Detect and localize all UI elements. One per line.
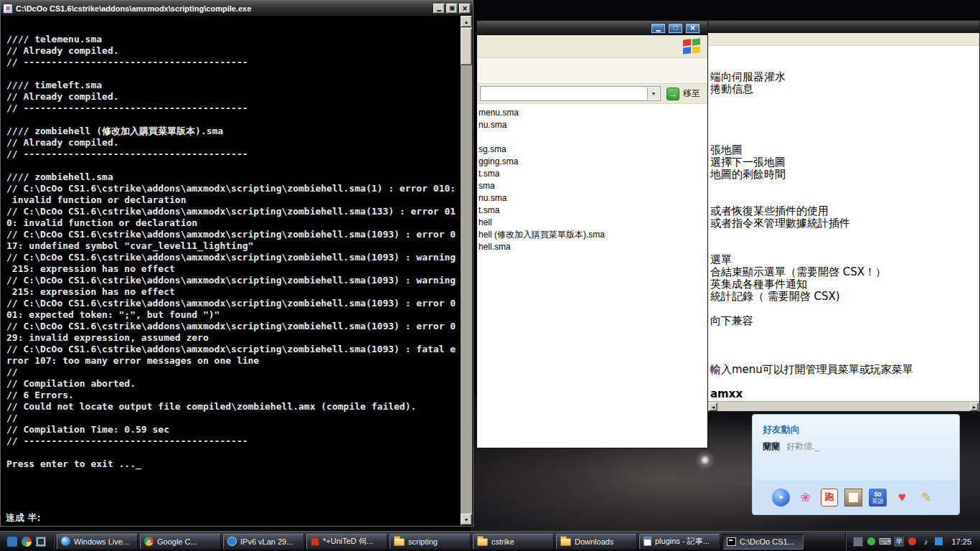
money-bottom-label: 英語 — [872, 498, 884, 504]
document-line: 向下兼容 — [710, 315, 979, 327]
document-line — [710, 327, 979, 339]
notepad-menubar[interactable] — [708, 33, 979, 46]
notepad-horizontal-scrollbar[interactable] — [708, 401, 979, 411]
close-button[interactable] — [685, 23, 700, 34]
file-item[interactable] — [477, 131, 707, 143]
console-line: // C:\DcOo CS1.6\cstrike\addons\amxmodx\… — [6, 229, 456, 240]
document-line: 或者指令來管理數據統計插件 — [710, 217, 979, 230]
console-line: 0: invalid function or declaration — [6, 217, 456, 229]
taskbar-button-downloads-folder[interactable]: Downloads — [556, 534, 637, 550]
file-item[interactable]: sma — [477, 180, 707, 192]
taskbar-separator — [53, 534, 54, 549]
maximize-button[interactable] — [668, 23, 683, 34]
butterfly-icon[interactable] — [772, 489, 790, 507]
document-line — [710, 376, 979, 388]
taskbar-button-console-active[interactable]: C:\DcOo CS1... — [722, 534, 804, 550]
file-item[interactable]: nu.sma — [477, 192, 707, 204]
file-item[interactable]: nu.sma — [477, 119, 707, 131]
money-top-label: $0 — [874, 491, 881, 498]
restore-button[interactable] — [446, 4, 458, 14]
go-icon[interactable] — [666, 88, 679, 100]
tray-app-icon[interactable] — [853, 537, 863, 547]
taskbar-button-ipv6-vlan[interactable]: IPv6 vLan 29... — [223, 534, 304, 550]
console-line — [6, 114, 456, 126]
explorer-titlebar[interactable] — [477, 21, 707, 35]
file-item[interactable]: menu.sma — [477, 107, 707, 119]
file-item[interactable]: sg.sma — [477, 143, 707, 156]
ime-status-indicator: 速成 半: — [6, 512, 41, 524]
volume-icon[interactable] — [920, 537, 930, 547]
scrollbar-thumb[interactable] — [461, 28, 472, 65]
file-item[interactable]: t.sma — [477, 204, 707, 217]
quicklaunch-icon-2[interactable] — [22, 537, 32, 547]
windows-live-icon — [61, 537, 70, 546]
console-line: // C:\DcOo CS1.6\cstrike\addons\amxmodx\… — [6, 206, 456, 217]
file-item[interactable]: hell (修改加入購買菜單版本).sma — [477, 229, 707, 241]
heart-icon[interactable] — [893, 489, 911, 507]
console-line: //// timeleft.sma — [6, 80, 456, 91]
taskbar-button-cstrike-folder[interactable]: cstrike — [473, 534, 554, 550]
scroll-right-icon[interactable] — [970, 402, 979, 411]
ime-halfwidth-icon[interactable]: 半 — [894, 537, 904, 547]
taskbar-button-plugins-notepad[interactable]: plugins - 記事... — [639, 534, 720, 550]
console-window-icon[interactable] — [3, 4, 13, 14]
console-scrollbar[interactable] — [461, 16, 472, 525]
contact-status: 好歡億._ — [786, 441, 819, 451]
file-item[interactable]: hell.sma — [477, 241, 707, 253]
file-list: menu.smanu.smasg.smagging.smat.smasmanu.… — [477, 104, 707, 448]
console-line: rror 107: too many error messages on one… — [6, 355, 456, 367]
scroll-left-icon[interactable] — [709, 402, 717, 411]
run-badge-icon[interactable]: 跑 — [821, 489, 838, 507]
pen-icon[interactable] — [918, 489, 936, 507]
taskbar-button-label: Google C... — [157, 537, 197, 546]
console-line — [6, 160, 456, 171]
tray-status-icon[interactable] — [867, 537, 875, 545]
document-line: 選擇下一張地圖 — [710, 156, 979, 169]
combo-dropdown-icon[interactable] — [647, 88, 659, 100]
document-line — [710, 120, 979, 132]
console-line: // Compilation Time: 0.59 sec — [6, 424, 456, 435]
file-item[interactable]: t.sma — [477, 168, 707, 180]
go-button-label[interactable]: 移至 — [683, 88, 700, 100]
document-line: 地圖的剩餘時間 — [710, 169, 979, 181]
scroll-down-icon[interactable] — [461, 514, 472, 525]
close-button[interactable] — [459, 4, 471, 14]
chrome-icon — [144, 537, 154, 546]
photo-icon[interactable] — [844, 489, 862, 507]
ime-keyboard-icon[interactable] — [880, 537, 890, 547]
console-line: // — [6, 367, 456, 378]
english-money-icon[interactable]: $0 英語 — [869, 489, 887, 507]
taskbar-clock[interactable]: 17:25 — [951, 537, 971, 546]
taskbar-button-label: *+UniTeD 伺... — [323, 536, 373, 547]
quick-launch — [3, 537, 50, 547]
quicklaunch-icon-1[interactable] — [7, 537, 17, 547]
console-line: // C:\DcOo CS1.6\cstrike\addons\amxmodx\… — [6, 252, 456, 263]
scroll-up-icon[interactable] — [461, 16, 472, 27]
file-item[interactable]: hell — [477, 217, 707, 229]
quicklaunch-icon-3[interactable] — [36, 537, 46, 547]
console-line: Press enter to exit ..._ — [6, 458, 456, 470]
contact-status-line[interactable]: 蘭蘭 好歡億._ — [763, 441, 819, 453]
minimize-button[interactable] — [651, 23, 666, 34]
taskbar-button-google-chrome[interactable]: Google C... — [140, 534, 221, 550]
console-output-area[interactable]: //// telemenu.sma// Already compiled.// … — [1, 16, 461, 525]
minimize-button[interactable] — [433, 4, 445, 14]
document-line-emphasis: amxx — [708, 388, 979, 400]
document-line — [710, 181, 979, 193]
notepad-text-area[interactable]: 端向伺服器灌水捲動信息張地圖選擇下一張地圖地圖的剩餘時間或者恢復某些插件的使用或… — [708, 46, 979, 401]
notepad-titlebar[interactable] — [708, 21, 979, 33]
console-titlebar[interactable]: C:\DcOo CS1.6\cstrike\addons\amxmodx\scr… — [1, 1, 473, 16]
contact-name[interactable]: 蘭蘭 — [763, 441, 780, 451]
taskbar-button-united-server[interactable]: *+UniTeD 伺... — [306, 534, 387, 550]
flower-icon[interactable] — [796, 489, 814, 507]
file-item[interactable]: gging.sma — [477, 156, 707, 168]
messenger-panel-title: 好友動向 — [763, 423, 800, 436]
taskbar-button-label: IPv6 vLan 29... — [240, 537, 293, 546]
tray-alert-icon[interactable] — [908, 537, 916, 545]
taskbar-button-scripting-folder[interactable]: scripting — [390, 534, 471, 550]
console-line — [6, 447, 456, 458]
document-line — [710, 242, 979, 254]
tray-network-icon[interactable] — [935, 537, 943, 545]
taskbar-button-windows-live[interactable]: Windows Live... — [57, 534, 138, 550]
address-combo[interactable] — [480, 86, 661, 101]
